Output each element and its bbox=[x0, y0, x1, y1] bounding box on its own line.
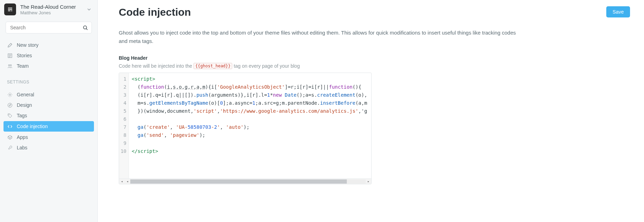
svg-rect-0 bbox=[8, 8, 12, 8]
help-text-pre: Code here will be injected into the bbox=[119, 63, 192, 69]
site-info: The Read-Aloud Corner Matthew Jones bbox=[20, 4, 85, 15]
search-icon bbox=[83, 25, 88, 30]
main-content: Code injection Save Ghost allows you to … bbox=[98, 0, 644, 222]
nav-label: Tags bbox=[17, 113, 27, 118]
pen-icon bbox=[7, 42, 13, 48]
help-text-post: tag on every page of your blog bbox=[234, 63, 300, 69]
nav-stories[interactable]: Stories bbox=[0, 50, 97, 61]
nav-label: Team bbox=[17, 63, 29, 69]
search-input[interactable] bbox=[6, 25, 92, 30]
team-icon bbox=[7, 63, 13, 69]
ghost-head-tag: {{ghost_head}} bbox=[193, 63, 232, 69]
save-button[interactable]: Save bbox=[606, 6, 630, 17]
list-icon bbox=[7, 53, 13, 58]
box-icon bbox=[7, 134, 13, 140]
nav-label: Code injection bbox=[17, 124, 48, 129]
blog-header-label: Blog Header bbox=[119, 55, 630, 61]
svg-point-4 bbox=[83, 26, 87, 29]
chevron-down-icon bbox=[87, 7, 91, 12]
svg-rect-1 bbox=[8, 9, 12, 10]
scroll-left-outer-icon[interactable]: ◂ bbox=[119, 179, 125, 184]
scroll-track[interactable] bbox=[130, 179, 366, 184]
wrench-icon bbox=[7, 145, 13, 150]
nav-new-story[interactable]: New story bbox=[0, 40, 97, 50]
nav-label: Design bbox=[17, 102, 32, 108]
nav-code-injection[interactable]: Code injection bbox=[3, 121, 94, 132]
code-editor[interactable]: 12345678910 <script> (function(i,s,o,g,r… bbox=[119, 73, 372, 184]
nav-general[interactable]: General bbox=[0, 89, 97, 100]
compass-icon bbox=[7, 102, 13, 108]
page-title: Code injection bbox=[119, 6, 191, 18]
line-gutter: 12345678910 bbox=[119, 73, 129, 178]
code-icon bbox=[7, 124, 13, 129]
nav-tags[interactable]: Tags bbox=[0, 110, 97, 121]
nav-team[interactable]: Team bbox=[0, 61, 97, 71]
gear-icon bbox=[7, 92, 13, 97]
site-author: Matthew Jones bbox=[20, 10, 85, 15]
svg-point-13 bbox=[8, 103, 12, 107]
horizontal-scrollbar[interactable]: ◂ ◂ ▸ bbox=[119, 178, 371, 184]
nav-apps[interactable]: Apps bbox=[0, 132, 97, 142]
svg-point-11 bbox=[10, 65, 12, 66]
nav-design[interactable]: Design bbox=[0, 100, 97, 110]
svg-rect-2 bbox=[8, 10, 10, 11]
site-switcher[interactable]: The Read-Aloud Corner Matthew Jones bbox=[0, 0, 97, 19]
nav-label: New story bbox=[17, 42, 38, 48]
nav-label: Stories bbox=[17, 53, 32, 58]
svg-point-10 bbox=[8, 65, 10, 66]
tag-icon bbox=[7, 113, 13, 118]
search-box[interactable] bbox=[6, 22, 92, 34]
code-area[interactable]: <script> (function(i,s,o,g,r,a,m){i['Goo… bbox=[129, 73, 371, 178]
scroll-left-icon[interactable]: ◂ bbox=[125, 179, 130, 184]
scroll-right-icon[interactable]: ▸ bbox=[366, 179, 371, 184]
svg-rect-3 bbox=[11, 10, 12, 11]
site-title: The Read-Aloud Corner bbox=[20, 4, 85, 10]
sidebar: The Read-Aloud Corner Matthew Jones New … bbox=[0, 0, 98, 222]
nav-label: General bbox=[17, 92, 34, 97]
settings-heading: SETTINGS bbox=[0, 73, 97, 87]
site-logo bbox=[4, 3, 16, 15]
svg-point-12 bbox=[9, 94, 10, 95]
nav-label: Labs bbox=[17, 145, 27, 150]
logo-icon bbox=[8, 7, 13, 12]
scroll-thumb[interactable] bbox=[130, 179, 347, 184]
svg-point-14 bbox=[9, 114, 9, 115]
blog-header-help: Code here will be injected into the {{gh… bbox=[119, 63, 630, 69]
svg-line-5 bbox=[86, 29, 88, 30]
nav-labs[interactable]: Labs bbox=[0, 142, 97, 153]
page-description: Ghost allows you to inject code into the… bbox=[119, 29, 524, 45]
nav-label: Apps bbox=[17, 134, 28, 140]
